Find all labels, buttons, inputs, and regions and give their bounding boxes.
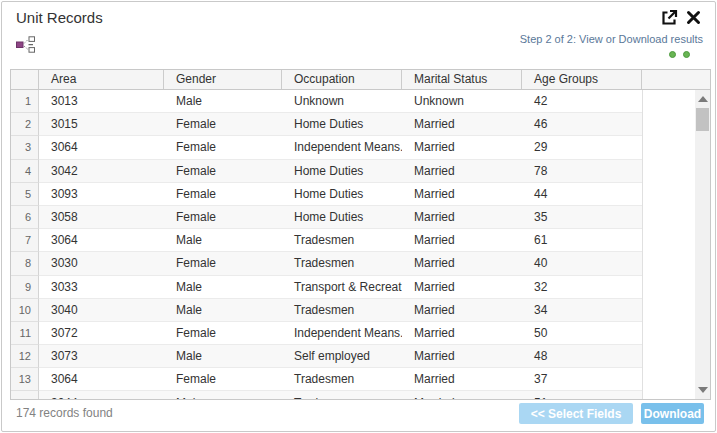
table-row[interactable]: 103040MaleTradesmenMarried34 [11, 299, 710, 322]
cell-num: 13 [11, 368, 39, 391]
cell-gender: Female [164, 252, 282, 275]
cell-occupation: Self employed [282, 345, 402, 368]
cell-num: 12 [11, 345, 39, 368]
cell-gender: Female [164, 136, 282, 159]
cell-marital-status: Married [402, 160, 522, 183]
cell-occupation: Home Duties [282, 206, 402, 229]
select-fields-button[interactable]: << Select Fields [519, 403, 633, 424]
cell-occupation: Tradesmen [282, 391, 402, 399]
cell-gender: Male [164, 299, 282, 322]
scroll-up-icon[interactable] [698, 96, 708, 102]
cell-gender: Male [164, 276, 282, 299]
cell-gender: Female [164, 113, 282, 136]
table-row[interactable]: 43042FemaleHome DutiesMarried78 [11, 160, 710, 183]
table-row[interactable]: 113072FemaleIndependent Means...Married5… [11, 322, 710, 345]
cell-occupation: Tradesmen [282, 252, 402, 275]
cell-area: 3015 [39, 113, 164, 136]
cell-age-group: 51 [522, 391, 642, 399]
cell-area: 3073 [39, 345, 164, 368]
cell-age-group: 35 [522, 206, 642, 229]
cell-area: 3040 [39, 299, 164, 322]
cell-age-group: 40 [522, 252, 642, 275]
cell-marital-status: Married [402, 183, 522, 206]
cell-num: 3 [11, 136, 39, 159]
table-body: 13013MaleUnknownUnknown4223015FemaleHome… [11, 90, 710, 399]
hierarchy-icon[interactable] [16, 36, 36, 53]
scroll-down-icon[interactable] [698, 387, 708, 393]
cell-area: 3064 [39, 136, 164, 159]
header-filler [642, 70, 710, 89]
cell-num: 2 [11, 113, 39, 136]
column-header-occupation[interactable]: Occupation [282, 70, 402, 89]
cell-age-group: 48 [522, 345, 642, 368]
cell-area: 3064 [39, 368, 164, 391]
cell-num: 7 [11, 229, 39, 252]
cell-marital-status: Married [402, 276, 522, 299]
cell-num: 5 [11, 183, 39, 206]
cell-age-group: 37 [522, 368, 642, 391]
cell-occupation: Home Duties [282, 183, 402, 206]
cell-num: 10 [11, 299, 39, 322]
cell-gender: Female [164, 183, 282, 206]
table-row[interactable]: 23015FemaleHome DutiesMarried46 [11, 113, 710, 136]
cell-age-group: 32 [522, 276, 642, 299]
cell-age-group: 46 [522, 113, 642, 136]
download-button[interactable]: Download [641, 403, 704, 424]
cell-area: 3064 [39, 229, 164, 252]
vertical-scrollbar[interactable] [695, 90, 710, 399]
cell-num: 14 [11, 391, 39, 399]
cell-age-group: 44 [522, 183, 642, 206]
cell-age-group: 29 [522, 136, 642, 159]
cell-marital-status: Married [402, 206, 522, 229]
cell-gender: Female [164, 206, 282, 229]
table-row[interactable]: 53093FemaleHome DutiesMarried44 [11, 183, 710, 206]
cell-gender: Female [164, 322, 282, 345]
cell-marital-status: Married [402, 252, 522, 275]
cell-marital-status: Married [402, 113, 522, 136]
table-row[interactable]: 93033MaleTransport & Recreat...Married32 [11, 276, 710, 299]
table-row[interactable]: 13013MaleUnknownUnknown42 [11, 90, 710, 113]
cell-occupation: Independent Means... [282, 322, 402, 345]
open-external-icon[interactable] [660, 9, 678, 27]
table-row[interactable]: 143044MaleTradesmenMarried51 [11, 391, 710, 399]
cell-area: 3042 [39, 160, 164, 183]
column-header-gender[interactable]: Gender [164, 70, 282, 89]
cell-occupation: Tradesmen [282, 368, 402, 391]
table-row[interactable]: 83030FemaleTradesmenMarried40 [11, 252, 710, 275]
cell-num: 9 [11, 276, 39, 299]
scrollbar-thumb[interactable] [696, 108, 709, 131]
cell-num: 6 [11, 206, 39, 229]
table-row[interactable]: 33064FemaleIndependent Means...Married29 [11, 136, 710, 159]
table-row[interactable]: 73064MaleTradesmenMarried61 [11, 229, 710, 252]
table-row[interactable]: 133064FemaleTradesmenMarried37 [11, 368, 710, 391]
cell-gender: Male [164, 345, 282, 368]
table-row[interactable]: 123073MaleSelf employedMarried48 [11, 345, 710, 368]
cell-occupation: Home Duties [282, 113, 402, 136]
cell-marital-status: Married [402, 229, 522, 252]
progress-dot [683, 51, 690, 58]
column-header-marital-status[interactable]: Marital Status [402, 70, 522, 89]
cell-num: 4 [11, 160, 39, 183]
records-count: 174 records found [16, 406, 113, 420]
table-row[interactable]: 63058FemaleHome DutiesMarried35 [11, 206, 710, 229]
cell-num: 8 [11, 252, 39, 275]
column-header-age-groups[interactable]: Age Groups [522, 70, 642, 89]
close-icon[interactable] [686, 10, 704, 28]
cell-age-group: 50 [522, 322, 642, 345]
table-header: AreaGenderOccupationMarital StatusAge Gr… [11, 70, 710, 90]
cell-num: 11 [11, 322, 39, 345]
cell-gender: Male [164, 391, 282, 399]
column-header-area[interactable]: Area [39, 70, 164, 89]
cell-gender: Male [164, 229, 282, 252]
row-number-header [11, 70, 39, 89]
cell-occupation: Tradesmen [282, 299, 402, 322]
cell-gender: Male [164, 90, 282, 113]
cell-age-group: 78 [522, 160, 642, 183]
cell-occupation: Transport & Recreat... [282, 276, 402, 299]
cell-marital-status: Married [402, 391, 522, 399]
cell-age-group: 61 [522, 229, 642, 252]
cell-marital-status: Married [402, 368, 522, 391]
cell-occupation: Unknown [282, 90, 402, 113]
cell-area: 3030 [39, 252, 164, 275]
progress-dots [669, 51, 690, 58]
